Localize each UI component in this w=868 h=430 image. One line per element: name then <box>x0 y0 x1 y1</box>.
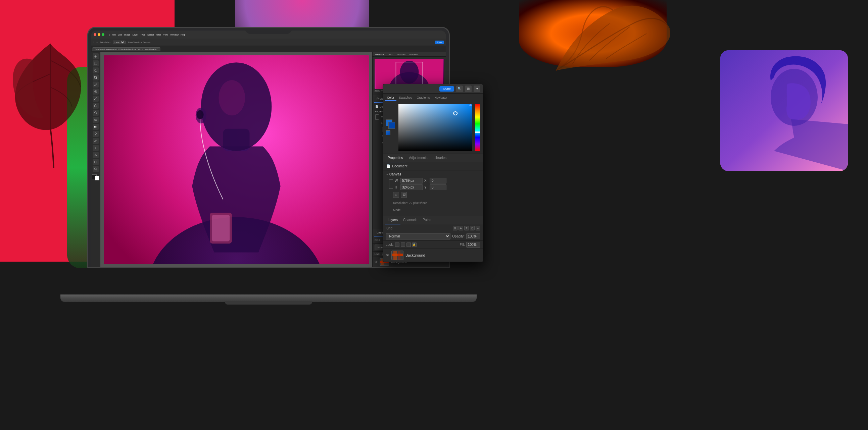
float-tab-color[interactable]: Color <box>385 95 396 101</box>
tool-zoom[interactable] <box>93 166 99 172</box>
tool-eraser[interactable] <box>93 117 99 123</box>
document-tab-bar: DuoTone-Preview.psd @ 200% (Edit DuoTone… <box>91 46 446 52</box>
menu-select[interactable]: Select <box>147 34 154 36</box>
h-label: H <box>395 186 399 189</box>
menu-image[interactable]: Image <box>124 34 130 36</box>
float-tab-swatches[interactable]: Swatches <box>397 95 414 101</box>
tab-color-small[interactable]: Color <box>387 53 394 56</box>
tool-dodge[interactable] <box>93 131 99 137</box>
tool-lasso[interactable] <box>93 67 99 73</box>
x-field-float[interactable] <box>430 178 446 184</box>
tool-stamp[interactable] <box>93 103 99 109</box>
layer-eye-float[interactable]: 👁 <box>386 253 390 257</box>
lock-label: Lock: <box>375 253 380 255</box>
svg-text:T: T <box>94 146 96 150</box>
float-tab-adjustments[interactable]: Adjustments <box>406 154 430 162</box>
link-proportions-icon[interactable] <box>375 114 379 120</box>
opacity-input-float[interactable] <box>466 233 480 239</box>
float-tab-gradients[interactable]: Gradients <box>415 95 432 101</box>
layer-visibility-icon[interactable]: 👁 <box>375 260 378 264</box>
traffic-light-yellow[interactable] <box>98 33 100 36</box>
height-field-float[interactable] <box>400 185 423 190</box>
traffic-light-green[interactable] <box>102 33 104 36</box>
float-tab-properties[interactable]: Properties <box>385 154 406 162</box>
lock-btn-4[interactable]: 🔒 <box>412 242 416 247</box>
lock-btn-2[interactable] <box>401 242 405 247</box>
move-tool-icon[interactable]: ✛ <box>96 41 98 43</box>
tab-channels-float[interactable]: Channels <box>400 216 420 224</box>
y-field-float[interactable] <box>430 185 446 190</box>
menu-layer[interactable]: Layer <box>132 34 138 36</box>
tool-eyedropper[interactable] <box>93 81 99 88</box>
ps-canvas[interactable] <box>100 52 372 267</box>
float-tab-libraries[interactable]: Libraries <box>431 154 449 162</box>
tab-navigator[interactable]: Navigator <box>374 53 385 56</box>
float-panel-header: Share 🔍 ⊞ ▾ <box>383 84 483 94</box>
filter-btn-2[interactable]: A <box>459 226 463 230</box>
lock-btn-1[interactable] <box>395 242 399 247</box>
share-button-float[interactable]: Share <box>439 86 454 92</box>
menu-ps[interactable]:  <box>109 34 110 36</box>
menu-file[interactable]: File <box>112 34 116 36</box>
float-color-panel: Share 🔍 ⊞ ▾ Color Swatches Gradients Nav… <box>383 84 483 262</box>
svg-rect-6 <box>94 105 97 107</box>
fill-input-float[interactable] <box>466 242 480 247</box>
menu-view[interactable]: View <box>163 34 168 36</box>
tool-crop[interactable] <box>93 74 99 80</box>
canvas-action-1[interactable]: ⊞ <box>393 192 399 198</box>
tool-brush[interactable] <box>93 96 99 102</box>
svg-rect-33 <box>475 104 480 151</box>
menu-filter[interactable]: Filter <box>156 34 161 36</box>
active-color-chip[interactable] <box>386 130 391 135</box>
home-icon[interactable]: ⌂ <box>93 41 94 43</box>
menu-edit[interactable]: Edit <box>118 34 122 36</box>
zoom-level: 200% <box>375 90 380 92</box>
tool-history[interactable] <box>93 110 99 116</box>
auto-select-dropdown[interactable]: Layer <box>113 41 126 44</box>
canvas-collapse-icon[interactable]: ▾ <box>386 173 388 176</box>
tab-gradients-small[interactable]: Gradients <box>408 53 420 56</box>
tool-shape[interactable] <box>93 159 99 165</box>
tool-select[interactable] <box>93 60 99 66</box>
tab-paths-float[interactable]: Paths <box>420 216 434 224</box>
tool-path-select[interactable] <box>93 152 99 158</box>
tab-layers-float[interactable]: Layers <box>385 216 400 224</box>
tool-pen[interactable] <box>93 138 99 144</box>
menu-type[interactable]: Type <box>140 34 145 36</box>
tool-move[interactable] <box>93 53 99 59</box>
svg-point-12 <box>94 168 96 170</box>
svg-point-21 <box>218 80 245 115</box>
background-color[interactable] <box>95 176 99 180</box>
tool-text[interactable]: T <box>93 145 99 151</box>
tool-heal[interactable] <box>93 89 99 95</box>
link-wh-icon[interactable] <box>389 179 393 189</box>
layer-background-float[interactable]: 👁 Background <box>383 249 483 262</box>
lock-row-float: Lock: 🔒 Fill: <box>383 241 483 249</box>
share-button-macbook[interactable]: Share <box>435 41 444 44</box>
menu-help[interactable]: Help <box>181 34 185 36</box>
ps-menu-items:  File Edit Image Layer Type Select Filt… <box>109 34 185 36</box>
fg-bg-colors[interactable] <box>92 174 99 180</box>
menu-window[interactable]: Window <box>170 34 179 36</box>
tool-gradient[interactable] <box>93 124 99 130</box>
filter-btn-3[interactable]: T <box>464 226 469 230</box>
filter-btn-5[interactable]: ● <box>476 226 480 230</box>
document-tab[interactable]: DuoTone-Preview.psd @ 200% (Edit DuoTone… <box>92 47 160 51</box>
macbook-foot <box>225 301 312 304</box>
lock-btn-3[interactable] <box>406 242 411 247</box>
color-spectrum-container[interactable] <box>398 104 472 151</box>
opacity-label-float: Opacity: <box>452 234 465 238</box>
filter-btn-1[interactable]: ⊞ <box>453 226 458 230</box>
blend-mode-float[interactable]: Normal <box>386 233 451 239</box>
canvas-action-2[interactable]: 🖼 <box>401 192 407 198</box>
hue-bar[interactable] <box>475 104 480 151</box>
traffic-light-red[interactable] <box>94 33 96 36</box>
filter-btn-4[interactable]: ◻ <box>470 226 475 230</box>
background-swatch[interactable] <box>389 122 395 129</box>
search-icon-float[interactable]: 🔍 <box>456 86 463 92</box>
tab-swatches-small[interactable]: Swatches <box>395 53 407 56</box>
expand-icon-float[interactable]: ▾ <box>474 86 480 92</box>
width-field-float[interactable] <box>400 178 423 184</box>
layout-icon-float[interactable]: ⊞ <box>465 86 472 92</box>
float-tab-navigator[interactable]: Navigator <box>433 95 450 101</box>
